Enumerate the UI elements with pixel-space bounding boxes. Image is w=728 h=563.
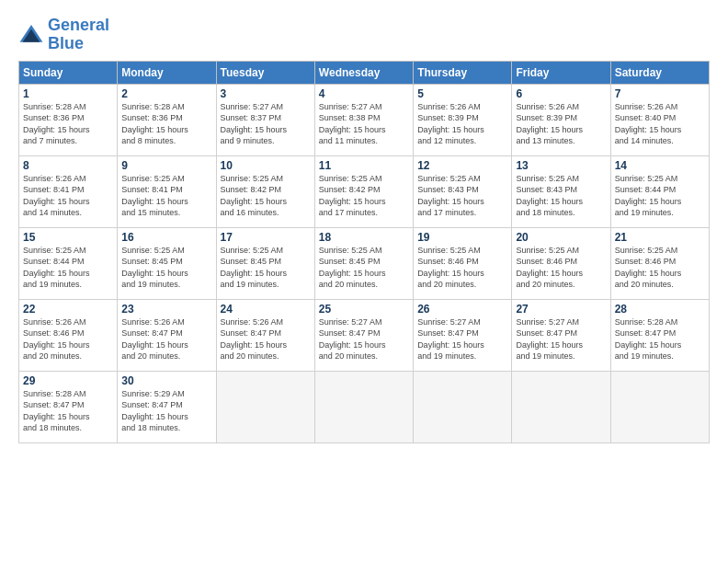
header-row: General Blue (18, 17, 710, 53)
day-info: Sunrise: 5:25 AM Sunset: 8:44 PM Dayligh… (23, 245, 113, 291)
calendar-cell: 4 Sunrise: 5:27 AM Sunset: 8:38 PM Dayli… (314, 84, 413, 155)
day-number: 6 (516, 87, 606, 100)
day-number: 11 (319, 159, 409, 172)
day-number: 23 (121, 303, 211, 316)
calendar-cell: 24 Sunrise: 5:26 AM Sunset: 8:47 PM Dayl… (216, 299, 314, 371)
day-info: Sunrise: 5:25 AM Sunset: 8:45 PM Dayligh… (121, 245, 211, 291)
day-number: 13 (516, 159, 606, 172)
calendar-week-2: 8 Sunrise: 5:26 AM Sunset: 8:41 PM Dayli… (19, 155, 710, 227)
day-header-tuesday: Tuesday (216, 61, 314, 84)
calendar-cell: 11 Sunrise: 5:25 AM Sunset: 8:42 PM Dayl… (314, 155, 413, 227)
day-info: Sunrise: 5:26 AM Sunset: 8:46 PM Dayligh… (23, 316, 113, 362)
calendar-cell: 22 Sunrise: 5:26 AM Sunset: 8:46 PM Dayl… (19, 299, 118, 371)
day-info: Sunrise: 5:25 AM Sunset: 8:46 PM Dayligh… (615, 245, 705, 291)
calendar-week-4: 22 Sunrise: 5:26 AM Sunset: 8:46 PM Dayl… (19, 299, 710, 371)
day-header-saturday: Saturday (610, 61, 709, 84)
day-info: Sunrise: 5:27 AM Sunset: 8:47 PM Dayligh… (417, 316, 507, 362)
day-info: Sunrise: 5:26 AM Sunset: 8:39 PM Dayligh… (417, 101, 507, 147)
calendar-cell: 19 Sunrise: 5:25 AM Sunset: 8:46 PM Dayl… (414, 227, 512, 299)
calendar-cell: 28 Sunrise: 5:28 AM Sunset: 8:47 PM Dayl… (610, 299, 709, 371)
day-info: Sunrise: 5:25 AM Sunset: 8:43 PM Dayligh… (417, 173, 507, 219)
day-number: 4 (319, 87, 409, 100)
calendar-cell: 2 Sunrise: 5:28 AM Sunset: 8:36 PM Dayli… (118, 84, 216, 155)
day-info: Sunrise: 5:25 AM Sunset: 8:41 PM Dayligh… (121, 173, 211, 219)
day-number: 14 (615, 159, 705, 172)
day-number: 29 (23, 374, 113, 387)
day-info: Sunrise: 5:28 AM Sunset: 8:36 PM Dayligh… (121, 101, 211, 147)
day-number: 5 (417, 87, 507, 100)
day-info: Sunrise: 5:25 AM Sunset: 8:42 PM Dayligh… (319, 173, 409, 219)
day-number: 7 (615, 87, 705, 100)
calendar-cell: 6 Sunrise: 5:26 AM Sunset: 8:39 PM Dayli… (512, 84, 610, 155)
calendar-cell: 15 Sunrise: 5:25 AM Sunset: 8:44 PM Dayl… (19, 227, 118, 299)
calendar-cell: 7 Sunrise: 5:26 AM Sunset: 8:40 PM Dayli… (610, 84, 709, 155)
calendar-cell: 3 Sunrise: 5:27 AM Sunset: 8:37 PM Dayli… (216, 84, 314, 155)
day-number: 10 (221, 159, 311, 172)
calendar-cell (610, 371, 709, 442)
day-info: Sunrise: 5:28 AM Sunset: 8:47 PM Dayligh… (615, 316, 705, 362)
calendar-cell (216, 371, 314, 442)
day-header-sunday: Sunday (19, 61, 118, 84)
day-info: Sunrise: 5:25 AM Sunset: 8:45 PM Dayligh… (319, 245, 409, 291)
day-info: Sunrise: 5:25 AM Sunset: 8:43 PM Dayligh… (516, 173, 606, 219)
day-info: Sunrise: 5:27 AM Sunset: 8:37 PM Dayligh… (221, 101, 311, 147)
calendar-cell: 9 Sunrise: 5:25 AM Sunset: 8:41 PM Dayli… (118, 155, 216, 227)
day-info: Sunrise: 5:25 AM Sunset: 8:46 PM Dayligh… (417, 245, 507, 291)
calendar-week-5: 29 Sunrise: 5:28 AM Sunset: 8:47 PM Dayl… (19, 371, 710, 442)
day-number: 12 (417, 159, 507, 172)
day-number: 8 (23, 159, 113, 172)
day-number: 26 (417, 303, 507, 316)
day-header-monday: Monday (118, 61, 216, 84)
calendar-cell (314, 371, 413, 442)
header-row-days: SundayMondayTuesdayWednesdayThursdayFrid… (19, 61, 710, 84)
day-number: 15 (23, 231, 113, 244)
day-number: 1 (23, 87, 113, 100)
day-info: Sunrise: 5:25 AM Sunset: 8:42 PM Dayligh… (221, 173, 311, 219)
calendar-cell: 26 Sunrise: 5:27 AM Sunset: 8:47 PM Dayl… (414, 299, 512, 371)
day-number: 28 (615, 303, 705, 316)
day-info: Sunrise: 5:27 AM Sunset: 8:47 PM Dayligh… (516, 316, 606, 362)
calendar-cell: 21 Sunrise: 5:25 AM Sunset: 8:46 PM Dayl… (610, 227, 709, 299)
day-number: 16 (121, 231, 211, 244)
page: General Blue SundayMondayTuesdayWednesda… (0, 0, 728, 563)
logo: General Blue (18, 17, 109, 53)
day-info: Sunrise: 5:26 AM Sunset: 8:39 PM Dayligh… (516, 101, 606, 147)
day-number: 9 (121, 159, 211, 172)
day-number: 24 (221, 303, 311, 316)
calendar-table: SundayMondayTuesdayWednesdayThursdayFrid… (18, 61, 710, 443)
calendar-cell: 25 Sunrise: 5:27 AM Sunset: 8:47 PM Dayl… (314, 299, 413, 371)
logo-icon (18, 22, 44, 48)
day-number: 25 (319, 303, 409, 316)
day-info: Sunrise: 5:28 AM Sunset: 8:36 PM Dayligh… (23, 101, 113, 147)
calendar-cell: 10 Sunrise: 5:25 AM Sunset: 8:42 PM Dayl… (216, 155, 314, 227)
day-info: Sunrise: 5:26 AM Sunset: 8:41 PM Dayligh… (23, 173, 113, 219)
day-info: Sunrise: 5:25 AM Sunset: 8:45 PM Dayligh… (221, 245, 311, 291)
calendar-week-3: 15 Sunrise: 5:25 AM Sunset: 8:44 PM Dayl… (19, 227, 710, 299)
day-number: 22 (23, 303, 113, 316)
calendar-cell: 5 Sunrise: 5:26 AM Sunset: 8:39 PM Dayli… (414, 84, 512, 155)
day-info: Sunrise: 5:25 AM Sunset: 8:44 PM Dayligh… (615, 173, 705, 219)
calendar-cell: 17 Sunrise: 5:25 AM Sunset: 8:45 PM Dayl… (216, 227, 314, 299)
day-info: Sunrise: 5:25 AM Sunset: 8:46 PM Dayligh… (516, 245, 606, 291)
calendar-cell: 1 Sunrise: 5:28 AM Sunset: 8:36 PM Dayli… (19, 84, 118, 155)
calendar-cell: 27 Sunrise: 5:27 AM Sunset: 8:47 PM Dayl… (512, 299, 610, 371)
day-info: Sunrise: 5:26 AM Sunset: 8:47 PM Dayligh… (221, 316, 311, 362)
calendar-cell: 30 Sunrise: 5:29 AM Sunset: 8:47 PM Dayl… (118, 371, 216, 442)
logo-text: General Blue (48, 17, 109, 53)
calendar-cell: 23 Sunrise: 5:26 AM Sunset: 8:47 PM Dayl… (118, 299, 216, 371)
day-header-thursday: Thursday (414, 61, 512, 84)
day-number: 20 (516, 231, 606, 244)
day-info: Sunrise: 5:28 AM Sunset: 8:47 PM Dayligh… (23, 388, 113, 434)
day-header-wednesday: Wednesday (314, 61, 413, 84)
calendar-week-1: 1 Sunrise: 5:28 AM Sunset: 8:36 PM Dayli… (19, 84, 710, 155)
day-number: 18 (319, 231, 409, 244)
day-number: 19 (417, 231, 507, 244)
calendar-cell: 13 Sunrise: 5:25 AM Sunset: 8:43 PM Dayl… (512, 155, 610, 227)
calendar-cell: 18 Sunrise: 5:25 AM Sunset: 8:45 PM Dayl… (314, 227, 413, 299)
calendar-cell: 29 Sunrise: 5:28 AM Sunset: 8:47 PM Dayl… (19, 371, 118, 442)
day-info: Sunrise: 5:26 AM Sunset: 8:47 PM Dayligh… (121, 316, 211, 362)
day-info: Sunrise: 5:29 AM Sunset: 8:47 PM Dayligh… (121, 388, 211, 434)
calendar-cell: 14 Sunrise: 5:25 AM Sunset: 8:44 PM Dayl… (610, 155, 709, 227)
calendar-cell: 12 Sunrise: 5:25 AM Sunset: 8:43 PM Dayl… (414, 155, 512, 227)
calendar-cell (414, 371, 512, 442)
